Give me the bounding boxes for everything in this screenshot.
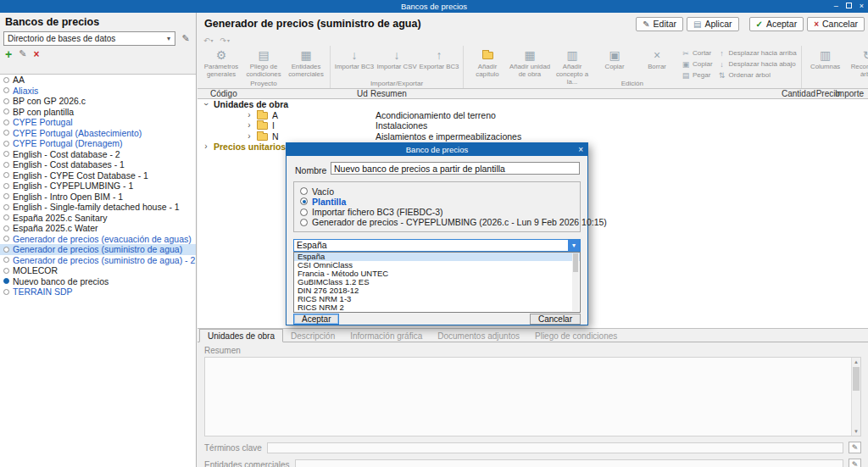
chevron-expanded-icon[interactable]: › — [201, 101, 211, 108]
radio-plantilla[interactable]: Plantilla — [300, 197, 574, 206]
tree-row[interactable]: › I Instalaciones — [198, 120, 868, 131]
chevron-collapsed-icon[interactable]: › — [203, 142, 209, 152]
tree-row[interactable]: › A Acondicionamiento del terreno — [198, 110, 868, 121]
scrollbar-thumb[interactable] — [573, 253, 578, 272]
edit-entidades-icon[interactable]: ✎ — [849, 459, 861, 467]
tab-documentos-adjuntos[interactable]: Documentos adjuntos — [430, 330, 527, 342]
detail-tabs: Unidades de obra Descripción Información… — [198, 329, 868, 342]
aplicar-button[interactable]: ▤ Aplicar — [687, 17, 739, 31]
nombre-input[interactable] — [331, 162, 580, 175]
radio-icon[interactable] — [300, 187, 308, 195]
tab-pliego-condiciones[interactable]: Pliego de condiciones — [527, 330, 625, 342]
dialog-close-button[interactable]: × — [578, 143, 583, 156]
reconstruir-arbol-button[interactable]: ↻ Reconstruir árbol — [847, 47, 868, 79]
list-item[interactable]: AA — [0, 75, 196, 86]
list-item[interactable]: Generador de precios (evacuación de agua… — [0, 234, 196, 245]
list-item[interactable]: English - Cost database - 2 — [0, 149, 196, 160]
cancelar-button[interactable]: × Cancelar — [807, 17, 865, 31]
radio-icon[interactable] — [300, 219, 308, 226]
entidades-comerciales-button[interactable]: ▦ Entidades comerciales — [285, 47, 327, 79]
bank-dot-icon — [3, 289, 9, 295]
scroll-down-icon[interactable]: ▼ — [852, 427, 860, 436]
document-icon: ▤ — [693, 19, 701, 29]
list-item-selected[interactable]: Generador de precios (suministro de agua… — [0, 244, 196, 255]
minimize-button[interactable]: – — [834, 0, 838, 13]
list-item[interactable]: Generador de precios (suministro de agua… — [0, 255, 196, 266]
chevron-collapsed-icon[interactable]: › — [246, 120, 253, 131]
pliego-condiciones-button[interactable]: ▤ Pliego de condiciones — [242, 47, 285, 79]
radio-generador-precios[interactable]: Generador de precios - CYPEPLUMBING (202… — [300, 218, 574, 227]
list-item[interactable]: Nuevo banco de precios — [0, 276, 196, 287]
desplazar-abajo-button[interactable]: ↓Desplazar hacia abajo — [716, 58, 798, 69]
undo-icon: ↶ — [203, 36, 210, 45]
list-item[interactable]: English - Intro Open BIM - 1 — [0, 192, 196, 203]
cortar-button[interactable]: ✂Cortar — [680, 47, 715, 58]
exportar-bc3-button[interactable]: ↑ Exportar BC3 — [418, 47, 460, 71]
resumen-textarea[interactable]: ▲ ▼ — [204, 357, 861, 436]
list-item[interactable]: English - CYPE Cost Database - 1 — [0, 170, 196, 181]
tab-unidades-de-obra[interactable]: Unidades de obra — [199, 329, 283, 342]
editar-button[interactable]: ✎ Editar — [636, 17, 683, 31]
anadir-capitulo-button[interactable]: Añadir capítulo — [466, 47, 509, 79]
dialog-cancelar-button[interactable]: Cancelar — [530, 314, 581, 325]
list-item[interactable]: BP con plantilla — [0, 107, 196, 118]
chevron-collapsed-icon[interactable]: › — [246, 110, 253, 120]
list-item[interactable]: MOLECOR — [0, 265, 196, 276]
list-item[interactable]: English - Cost databases - 1 — [0, 159, 196, 170]
tab-informacion-grafica[interactable]: Información gráfica — [342, 330, 430, 342]
borrar-button[interactable]: × Borrar — [636, 47, 678, 71]
chevron-collapsed-icon[interactable]: › — [246, 131, 253, 142]
scrollbar[interactable] — [572, 253, 579, 311]
arrow-down-icon: ↓ — [718, 60, 726, 69]
parametros-generales-button[interactable]: ⚙ Parámetros generales — [200, 47, 242, 79]
undo-button[interactable]: ↶▾ — [203, 36, 214, 45]
redo-button[interactable]: ↷▾ — [220, 36, 231, 45]
maximize-button[interactable] — [846, 0, 852, 13]
radio-importar-bc3[interactable]: Importar fichero BC3 (FIEBDC-3) — [300, 208, 574, 217]
chevron-down-icon[interactable]: ▾ — [568, 240, 580, 251]
desplazar-arriba-button[interactable]: ↑Desplazar hacia arriba — [716, 47, 798, 58]
copiar-button[interactable]: ▣ Copiar — [593, 47, 636, 71]
list-item[interactable]: CYPE Portugal (Abastecimiento) — [0, 128, 196, 139]
importar-bc3-button[interactable]: ↓ Importar BC3 — [333, 47, 376, 71]
list-item[interactable]: TERRAIN SDP — [0, 286, 196, 297]
radio-selected-icon[interactable] — [300, 197, 308, 205]
dialog-aceptar-button[interactable]: Aceptar — [293, 314, 339, 325]
list-item[interactable]: CYPE Portugal (Drenagem) — [0, 138, 196, 149]
edit-bank-icon[interactable]: ✎ — [19, 48, 26, 59]
bank-dot-icon — [3, 193, 9, 199]
radio-vacio[interactable]: Vacío — [300, 186, 574, 196]
bank-dot-icon — [3, 120, 9, 125]
importar-csv-button[interactable]: ↓ Importar CSV — [376, 47, 418, 71]
directory-combo[interactable]: Directorio de bases de datos ▾ — [3, 31, 175, 46]
scrollbar-thumb[interactable] — [853, 367, 860, 391]
scroll-up-icon[interactable]: ▲ — [852, 358, 860, 366]
tree-row[interactable]: › Unidades de obra — [198, 99, 868, 110]
anadir-unidad-obra-button[interactable]: ▦ Añadir unidad de obra — [509, 47, 551, 79]
tab-descripcion[interactable]: Descripción — [283, 330, 342, 342]
edit-directory-icon[interactable]: ✎ — [179, 33, 192, 44]
terminos-clave-input[interactable] — [267, 442, 843, 453]
add-bank-icon[interactable]: + — [5, 47, 12, 61]
aceptar-button[interactable]: ✓ Aceptar — [749, 17, 804, 31]
list-item[interactable]: CYPE Portugal — [0, 117, 196, 128]
copiar-small-button[interactable]: ▣Copiar — [680, 58, 715, 69]
bank-dot-icon — [3, 225, 9, 231]
tree-row[interactable]: › N Aislamientos e impermeabilizaciones — [198, 131, 868, 142]
scrollbar[interactable]: ▲ ▼ — [851, 358, 860, 436]
radio-icon[interactable] — [300, 208, 308, 216]
list-item[interactable]: Aliaxis — [0, 86, 196, 97]
dropdown-option[interactable]: RICS NRM 2 — [294, 303, 580, 312]
entidades-comerciales-input[interactable] — [295, 459, 843, 467]
list-item[interactable]: English - Single-family detached house -… — [0, 202, 196, 213]
list-item[interactable]: BP con GP 2026.c — [0, 96, 196, 107]
edit-terminos-icon[interactable]: ✎ — [849, 442, 861, 453]
list-item[interactable]: España 2025.c Water — [0, 223, 196, 234]
close-button[interactable]: × — [860, 0, 864, 13]
list-item[interactable]: España 2025.c Sanitary — [0, 213, 196, 224]
list-item[interactable]: English - CYPEPLUMBING - 1 — [0, 181, 196, 192]
columnas-button[interactable]: ▥ Columnas — [804, 47, 847, 71]
delete-bank-icon[interactable]: × — [33, 48, 39, 60]
rebuild-icon: ↻ — [863, 47, 868, 63]
template-combo[interactable]: España ▾ — [293, 239, 581, 252]
